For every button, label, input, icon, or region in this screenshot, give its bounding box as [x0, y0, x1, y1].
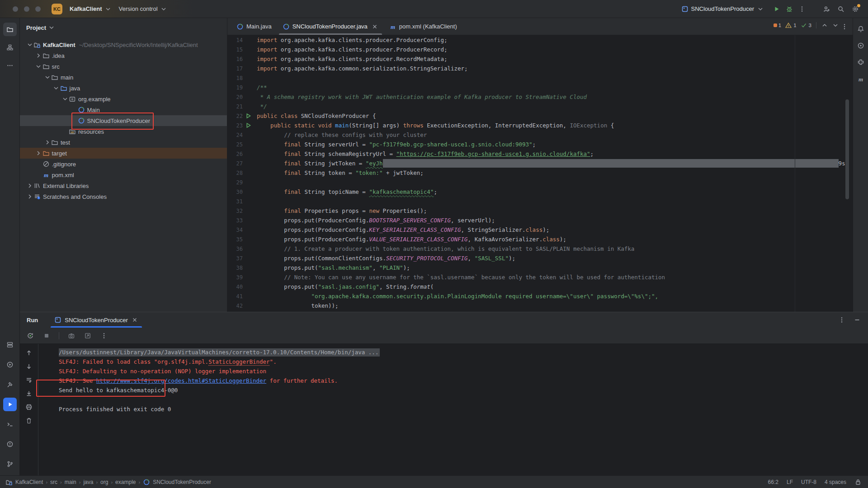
editor-tab-pom-xml-kafkaclient-[interactable]: mpom.xml (KafkaClient) [384, 18, 462, 35]
chevron-right-icon[interactable] [35, 150, 42, 157]
services-tool-button[interactable] [3, 338, 17, 352]
chevron-down-icon[interactable] [43, 74, 51, 81]
tree-item--gitignore[interactable]: .gitignore [20, 159, 227, 169]
code-line-29[interactable]: 29 [227, 178, 853, 187]
more-actions-button[interactable] [796, 3, 808, 15]
code-line-42[interactable]: 42 token)); [227, 301, 853, 310]
version-control-tool-button[interactable] [3, 457, 17, 471]
chevron-right-icon[interactable] [26, 182, 33, 189]
run-tab[interactable]: SNCloudTokenProducer [51, 312, 142, 328]
indent-setting[interactable]: 4 spaces [825, 479, 846, 485]
version-control-menu[interactable]: Version control [119, 5, 167, 13]
tree-item-sncloudtokenproducer[interactable]: SNCloudTokenProducer [20, 115, 227, 126]
breadcrumb-item[interactable]: example [115, 479, 136, 485]
breadcrumb-item[interactable]: java [83, 479, 93, 485]
tree-item-test[interactable]: test [20, 137, 227, 148]
code-line-38[interactable]: 38 props.put("sasl.mechanism", "PLAIN"); [227, 263, 853, 272]
next-problem-icon[interactable] [832, 22, 839, 29]
breadcrumb-item[interactable]: src [50, 479, 57, 485]
tree-item-resources[interactable]: resources [20, 126, 227, 137]
tab-list-button[interactable] [841, 18, 848, 35]
problems-tool-button[interactable] [3, 437, 17, 451]
breadcrumb-item[interactable]: main [65, 479, 76, 485]
maven-tool-button[interactable]: m [855, 73, 867, 85]
soft-wrap-button[interactable] [25, 376, 33, 385]
breadcrumb-item[interactable]: org [100, 479, 108, 485]
tree-item-target[interactable]: target [20, 148, 227, 159]
chevron-right-icon[interactable] [35, 52, 42, 59]
line-separator[interactable]: LF [787, 479, 793, 485]
debug-button[interactable] [783, 3, 796, 15]
scroll-up-button[interactable] [25, 349, 33, 358]
code-line-41[interactable]: 41 "org.apache.kafka.common.security.pla… [227, 291, 853, 301]
chevron-down-icon[interactable] [26, 41, 33, 48]
ai-assistant-button[interactable] [855, 40, 867, 52]
chevron-right-icon[interactable] [26, 193, 33, 200]
print-button[interactable] [25, 404, 33, 412]
notifications-button[interactable] [855, 23, 867, 35]
profiler-tool-button[interactable] [3, 358, 17, 371]
editor-scrollbar[interactable] [845, 99, 849, 199]
hide-panel-icon[interactable] [854, 316, 861, 324]
structure-tool-icon[interactable] [3, 41, 17, 54]
zoom-window-button[interactable] [35, 6, 41, 12]
terminal-tool-button[interactable] [3, 418, 17, 431]
console-line-3[interactable]: SLF4J: Defaulting to no-operation (NOP) … [38, 366, 868, 376]
run-line-gutter-icon[interactable] [243, 113, 254, 119]
editor-tab-sncloudtokenproducer-java[interactable]: SNCloudTokenProducer.java [277, 18, 384, 35]
code-line-24[interactable]: 24 // replace these configs with your cl… [227, 130, 853, 140]
prev-problem-icon[interactable] [821, 22, 828, 29]
close-icon[interactable] [131, 316, 138, 324]
build-tool-button[interactable] [3, 378, 17, 391]
camera-button[interactable] [66, 330, 77, 342]
breadcrumb-item[interactable]: KafkaClient [15, 479, 43, 485]
code-line-19[interactable]: 19/** [227, 83, 853, 92]
console-line-6[interactable] [38, 395, 868, 404]
project-menu[interactable]: KafkaClient [70, 5, 112, 13]
code-line-20[interactable]: 20 * A schema registry work with JWT aut… [227, 92, 853, 102]
run-line-gutter-icon[interactable] [243, 122, 254, 128]
run-config-selector[interactable]: SNCloudTokenProducer [681, 5, 764, 13]
tree-item-kafkaclient[interactable]: KafkaClient~/Desktop/SNSpecificWork/Inte… [20, 39, 227, 50]
code-line-33[interactable]: 33 props.put(ProducerConfig.BOOTSTRAP_SE… [227, 216, 853, 225]
clear-all-button[interactable] [25, 417, 33, 426]
tree-item-external-libraries[interactable]: External Libraries [20, 180, 227, 191]
code-line-16[interactable]: 16import org.apache.kafka.clients.produc… [227, 54, 853, 64]
code-with-me-button[interactable] [820, 3, 833, 15]
code-line-39[interactable]: 39 // Note: You can use any username for… [227, 272, 853, 282]
code-line-14[interactable]: 14import org.apache.kafka.clients.produc… [227, 35, 853, 45]
console-line-7[interactable]: Process finished with exit code 0 [38, 404, 868, 414]
code-line-37[interactable]: 37 props.put(CommonClientConfigs.SECURIT… [227, 253, 853, 263]
readonly-lock-icon[interactable] [854, 479, 862, 486]
tree-item-org-example[interactable]: org.example [20, 94, 227, 104]
plugin-button[interactable] [855, 56, 867, 68]
run-panel-options-icon[interactable] [838, 316, 845, 324]
run-button[interactable] [770, 3, 783, 15]
code-line-31[interactable]: 31 [227, 197, 853, 206]
tree-item-scratches-and-consoles[interactable]: Scratches and Consoles [20, 191, 227, 202]
chevron-down-icon[interactable] [35, 63, 42, 70]
more-tools-icon[interactable] [3, 59, 17, 72]
more-button[interactable] [98, 330, 110, 342]
breadcrumb-item[interactable]: SNCloudTokenProducer [153, 479, 211, 485]
console-line-2[interactable]: SLF4J: Failed to load class "org.slf4j.i… [38, 357, 868, 366]
chevron-down-icon[interactable] [52, 84, 60, 92]
scroll-down-button[interactable] [25, 363, 33, 371]
console-output[interactable]: /Users/dustinnest/Library/Java/JavaVirtu… [38, 344, 868, 475]
editor-tab-main-java[interactable]: Main.java [231, 18, 277, 35]
tree-item--idea[interactable]: .idea [20, 50, 227, 61]
open-in-editor-button[interactable] [82, 330, 94, 342]
project-tool-icon[interactable] [3, 23, 17, 36]
project-panel-header[interactable]: Project [20, 18, 227, 37]
rerun-button[interactable] [24, 330, 36, 342]
code-line-17[interactable]: 17import org.apache.kafka.common.seriali… [227, 64, 853, 73]
search-everywhere-button[interactable] [835, 3, 847, 15]
code-line-23[interactable]: 23 public static void main(String[] args… [227, 121, 853, 130]
close-icon[interactable] [371, 23, 378, 30]
code-line-40[interactable]: 40 props.put("sasl.jaas.config", String.… [227, 282, 853, 291]
code-line-28[interactable]: 28 final String token = "token:" + jwtTo… [227, 168, 853, 178]
code-line-35[interactable]: 35 props.put(ProducerConfig.VALUE_SERIAL… [227, 235, 853, 244]
tree-item-main[interactable]: main [20, 72, 227, 83]
chevron-right-icon[interactable] [43, 139, 51, 146]
code-editor[interactable]: 14import org.apache.kafka.clients.produc… [227, 35, 853, 312]
